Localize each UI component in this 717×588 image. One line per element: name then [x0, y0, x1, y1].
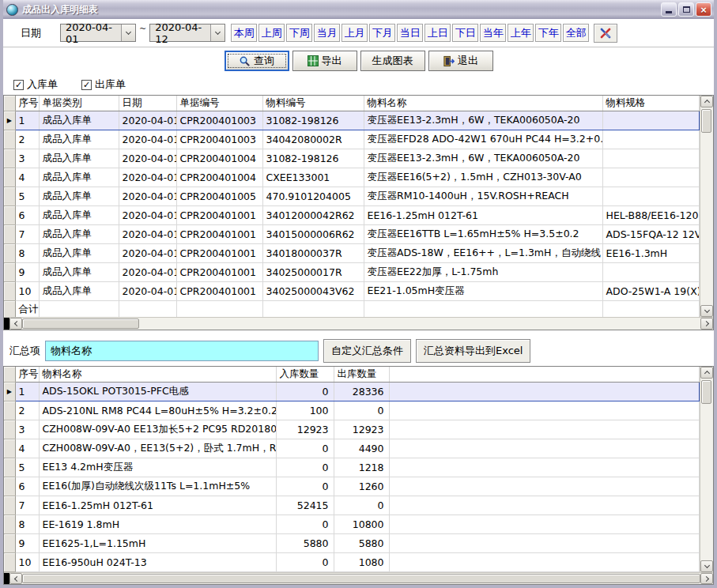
cell[interactable]	[389, 515, 700, 534]
cell[interactable]: 31082-198126	[262, 149, 364, 168]
cell[interactable]: 成品入库单	[39, 187, 119, 206]
cell[interactable]: ADS-210NL RM8 PC44 L=80uH±5% H=3.2±0.2mm	[39, 401, 276, 420]
date-to-dropdown-icon[interactable]	[210, 24, 225, 41]
cell[interactable]: 2	[15, 130, 39, 149]
table-row[interactable]: 8成品入库单2020-04-01CPR20040100134018000037R…	[4, 244, 700, 263]
table-row[interactable]: 5EE13 4.2mH变压器01218	[4, 458, 700, 477]
date-from-dropdown-icon[interactable]	[121, 24, 135, 41]
cell[interactable]: 12923	[276, 420, 334, 439]
cell[interactable]: 7	[15, 496, 39, 515]
cell[interactable]: CPR200401004	[176, 168, 262, 187]
cell[interactable]: 0	[276, 439, 334, 458]
outbound-checkbox[interactable]: ✓	[81, 80, 92, 90]
row-selector[interactable]	[4, 282, 15, 301]
cell[interactable]: 3	[15, 420, 39, 439]
cell[interactable]: 4	[15, 168, 39, 187]
detail-horizontal-scrollbar[interactable]	[4, 317, 713, 330]
cell[interactable]: 2020-04-01	[119, 130, 176, 149]
table-row[interactable]: 6成品入库单2020-04-01CPR20040100134012000042R…	[4, 206, 700, 225]
cell[interactable]: CXEE133001	[262, 168, 364, 187]
scroll-down-button[interactable]	[700, 305, 713, 317]
cell[interactable]: 1	[15, 111, 39, 130]
table-row[interactable]: 7成品入库单2020-04-01CPR20040100134015000006R…	[4, 225, 700, 244]
cell[interactable]: 0	[276, 458, 334, 477]
cell[interactable]: CPR200401005	[176, 187, 262, 206]
table-row[interactable]: ▶1成品入库单2020-04-01CPR20040100331082-19812…	[4, 111, 700, 130]
cell[interactable]	[389, 534, 700, 553]
cell[interactable]: 2020-04-01	[119, 282, 176, 301]
generate-chart-button[interactable]: 生成图表	[360, 51, 425, 71]
cell[interactable]: 0	[334, 401, 389, 420]
cell[interactable]: CPR200401001	[176, 225, 262, 244]
close-button[interactable]: ×	[696, 2, 711, 17]
cell[interactable]: EE16-1.25mH 012T-61	[364, 206, 602, 225]
cell[interactable]: 2020-04-01	[119, 225, 176, 244]
scroll-track[interactable]	[22, 573, 700, 584]
table-row[interactable]: 3成品入库单2020-04-01CPR20040100431082-198126…	[4, 149, 700, 168]
row-selector[interactable]	[4, 496, 15, 515]
query-button[interactable]: 查询	[225, 51, 289, 71]
cell[interactable]: 变压器RM10-1400uH，15V.ROSH+REACH	[364, 187, 602, 206]
row-selector[interactable]	[4, 420, 15, 439]
cell[interactable]	[389, 458, 700, 477]
cell[interactable]: 4	[15, 439, 39, 458]
table-row[interactable]: 9成品入库单2020-04-01CPR20040100134025000017R…	[4, 263, 700, 282]
cell[interactable]: 变压器EE22加厚，L-1.75mh	[364, 263, 602, 282]
row-selector[interactable]	[4, 263, 15, 282]
quick-button-8[interactable]: 上日	[425, 24, 451, 42]
cell[interactable]: 9	[15, 534, 39, 553]
cell[interactable]: 34015000006R62	[262, 225, 364, 244]
cell[interactable]: 31082-198126	[262, 111, 364, 130]
cell[interactable]: CPR200401001	[176, 206, 262, 225]
scroll-track[interactable]	[700, 107, 713, 305]
row-selector[interactable]	[4, 187, 15, 206]
cell[interactable]: 0	[276, 515, 334, 534]
row-selector[interactable]	[4, 130, 15, 149]
row-selector[interactable]	[4, 553, 15, 572]
cell[interactable]: 7	[15, 225, 39, 244]
summary-horizontal-scrollbar[interactable]	[4, 572, 713, 584]
cell[interactable]: 2020-04-01	[119, 187, 176, 206]
cell[interactable]: 0	[276, 383, 334, 401]
cell[interactable]: 8	[15, 515, 39, 534]
row-selector[interactable]	[4, 534, 15, 553]
cell[interactable]: 变压器ADS-18W，EE16++，L=1.3mH，自动绕线，图号	[364, 244, 602, 263]
cell[interactable]	[389, 383, 700, 401]
table-row[interactable]: 9EE1625-1,L=1.15mH58805880	[4, 534, 700, 553]
scroll-left-button[interactable]	[9, 318, 22, 330]
cell[interactable]: ADO-25W1-A 19(X)	[602, 282, 700, 301]
cell[interactable]: ADS-15OKL POT3015-PFC电感	[39, 383, 276, 401]
cell[interactable]	[389, 401, 700, 420]
cell[interactable]: 成品入库单	[39, 206, 119, 225]
cell[interactable]: 1	[15, 383, 39, 401]
cell[interactable]: 9	[15, 263, 39, 282]
scroll-thumb[interactable]	[22, 574, 700, 583]
cell[interactable]: 变压器EE16(5+2)，1.5mH，CZH013-30V-A0	[364, 168, 602, 187]
cell[interactable]: 5880	[334, 534, 389, 553]
row-selector[interactable]	[4, 244, 15, 263]
cell[interactable]: CPR200401004	[176, 149, 262, 168]
cell[interactable]: EE16-950uH 024T-13	[39, 553, 276, 572]
cell[interactable]: 2	[15, 401, 39, 420]
cell[interactable]: 0	[276, 477, 334, 496]
cell[interactable]	[389, 496, 700, 515]
quick-button-5[interactable]: 上月	[342, 24, 368, 42]
row-selector[interactable]: ▶	[4, 383, 15, 401]
cell[interactable]: 12923	[334, 420, 389, 439]
cell[interactable]: CZH008W-09V-A0 EE13加长5+2 PC95 RD20180202	[39, 420, 276, 439]
cell[interactable]: EE-1619 1.8mH	[39, 515, 276, 534]
cell[interactable]: 8	[15, 244, 39, 263]
cell[interactable]: EE1625-1,L=1.15mH	[39, 534, 276, 553]
row-selector[interactable]	[4, 515, 15, 534]
cell[interactable]: 6	[15, 477, 39, 496]
cell[interactable]: 100	[276, 401, 334, 420]
cell[interactable]: 34018000037R	[262, 244, 364, 263]
table-row[interactable]: 6EE16(加厚)自动绕线次级11Ts L=1.1mH±5%01260	[4, 477, 700, 496]
filter-tools-button[interactable]	[594, 24, 617, 43]
cell[interactable]: EE16-1.3mH	[602, 244, 700, 263]
cell[interactable]	[389, 553, 700, 572]
export-button[interactable]: 导出	[292, 51, 357, 71]
cell[interactable]: 52415	[276, 496, 334, 515]
scroll-down-button[interactable]	[700, 560, 713, 572]
quick-button-4[interactable]: 当月	[314, 24, 340, 42]
